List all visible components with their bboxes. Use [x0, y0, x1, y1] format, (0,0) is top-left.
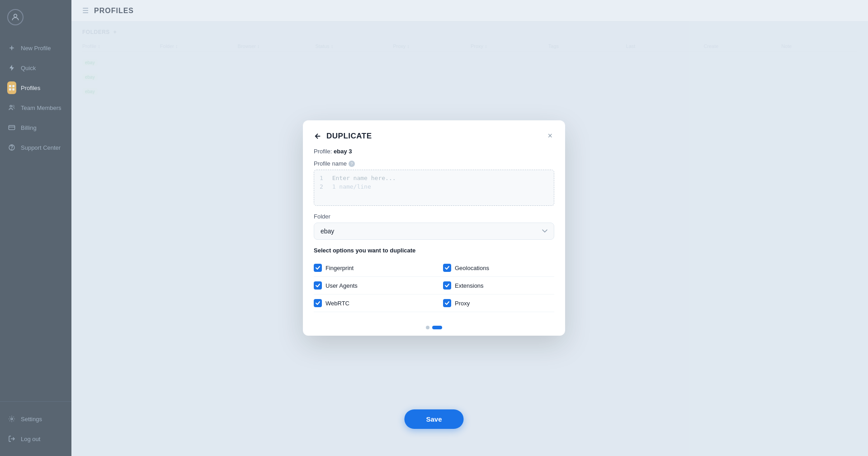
- option-label-extensions: Extensions: [455, 282, 484, 289]
- checkbox-extensions[interactable]: [443, 281, 451, 290]
- option-label-fingerprint: Fingerprint: [326, 265, 354, 271]
- option-label-geolocations: Geolocations: [455, 265, 489, 271]
- field-label-folder: Folder: [314, 213, 554, 220]
- profile-name-textarea[interactable]: 1 Enter name here... 2 1 name/line: [314, 170, 554, 206]
- checkbox-user-agents[interactable]: [314, 281, 322, 290]
- folder-select[interactable]: ebay: [314, 223, 554, 240]
- profile-label: Profile:: [314, 148, 332, 155]
- option-label-user-agents: User Agents: [326, 282, 358, 289]
- option-label-webrtc: WebRTC: [326, 300, 349, 307]
- modal-title: DUPLICATE: [326, 132, 541, 141]
- checkbox-geolocations[interactable]: [443, 264, 451, 272]
- save-button-container: Save: [404, 409, 463, 429]
- modal-footer: [303, 319, 565, 336]
- option-webrtc: WebRTC: [314, 294, 434, 312]
- line-1: 1 Enter name here...: [320, 175, 548, 181]
- close-button[interactable]: ×: [546, 129, 554, 142]
- folder-field: Folder ebay: [314, 213, 554, 240]
- checkbox-webrtc[interactable]: [314, 299, 322, 307]
- save-button[interactable]: Save: [404, 409, 463, 429]
- option-geolocations: Geolocations: [434, 259, 554, 277]
- modal-body: Profile name ? 1 Enter name here... 2 1 …: [303, 160, 565, 319]
- modal-header: DUPLICATE ×: [303, 120, 565, 148]
- duplicate-modal: DUPLICATE × Profile: ebay 3 Profile name…: [303, 120, 565, 336]
- options-section-label: Select options you want to duplicate: [314, 247, 554, 254]
- profile-name: ebay 3: [334, 148, 352, 155]
- progress-dot-2: [432, 326, 442, 329]
- field-label-profile-name: Profile name ?: [314, 160, 554, 167]
- option-extensions: Extensions: [434, 277, 554, 294]
- option-user-agents: User Agents: [314, 277, 434, 294]
- option-proxy: Proxy: [434, 294, 554, 312]
- option-fingerprint: Fingerprint: [314, 259, 434, 277]
- back-button[interactable]: [314, 132, 322, 140]
- line-2: 2 1 name/line: [320, 183, 548, 190]
- modal-subtitle: Profile: ebay 3: [303, 148, 565, 160]
- options-grid: Fingerprint Geolocations User Agents: [314, 259, 554, 312]
- checkbox-proxy[interactable]: [443, 299, 451, 307]
- option-label-proxy: Proxy: [455, 300, 470, 307]
- help-icon: ?: [349, 161, 355, 167]
- progress-dot-1: [426, 326, 429, 329]
- checkbox-fingerprint[interactable]: [314, 264, 322, 272]
- modal-overlay: DUPLICATE × Profile: ebay 3 Profile name…: [0, 0, 868, 456]
